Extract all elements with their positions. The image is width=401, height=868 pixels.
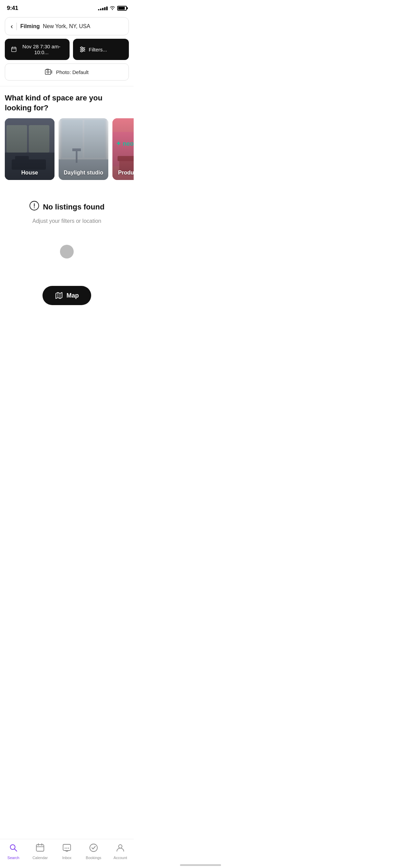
house-card-label: House [5,166,54,180]
calendar-icon [11,46,17,53]
section-divider [0,86,134,86]
photo-label: Photo: Default [56,69,88,75]
date-filter-label: Nov 28 7:30 am-10:0... [20,44,63,55]
section-title: What kind of space are you looking for? [5,93,129,113]
photo-icon [45,69,52,75]
scroll-indicator [60,245,74,258]
daylight-card-label: Daylight studio [59,166,108,180]
search-activity: Filming New York, NY, USA [20,23,123,29]
space-card-production[interactable]: ✦ neon Production set [112,118,134,180]
battery-icon [117,6,127,11]
search-divider [16,23,17,30]
status-time: 9:41 [7,5,18,12]
wifi-icon [110,5,115,11]
map-button[interactable]: Map [42,286,91,305]
status-icons [98,5,127,11]
alert-circle-icon [29,201,39,213]
space-cards-list: House Daylight studio [0,118,134,180]
filters-label: Filters... [89,47,107,52]
no-listings-row: No listings found [29,201,105,213]
svg-rect-0 [12,47,16,52]
svg-point-7 [81,47,82,49]
filter-row: Nov 28 7:30 am-10:0... Filters... [5,39,129,60]
search-bar[interactable]: ‹ Filming New York, NY, USA [5,17,129,35]
map-button-label: Map [66,292,79,299]
date-filter-button[interactable]: Nov 28 7:30 am-10:0... [5,39,70,60]
map-icon [55,291,63,300]
filters-button[interactable]: Filters... [73,39,129,60]
back-button[interactable]: ‹ [11,22,13,30]
photo-button[interactable]: Photo: Default [5,63,129,81]
signal-icon [98,7,108,10]
svg-point-11 [47,71,49,73]
svg-rect-10 [45,70,51,74]
sliders-icon [79,46,86,53]
space-card-house[interactable]: House [5,118,54,180]
svg-point-9 [81,50,82,52]
space-card-daylight[interactable]: Daylight studio [59,118,108,180]
svg-point-44 [34,207,35,208]
no-listings-subtitle: Adjust your filters or location [33,218,101,224]
production-card-label: Production set [112,166,134,180]
no-listings-title: No listings found [43,203,105,212]
map-button-container: Map [0,286,134,305]
status-bar: 9:41 [0,0,134,14]
no-listings-section: No listings found Adjust your filters or… [5,201,129,224]
svg-point-8 [83,49,84,50]
